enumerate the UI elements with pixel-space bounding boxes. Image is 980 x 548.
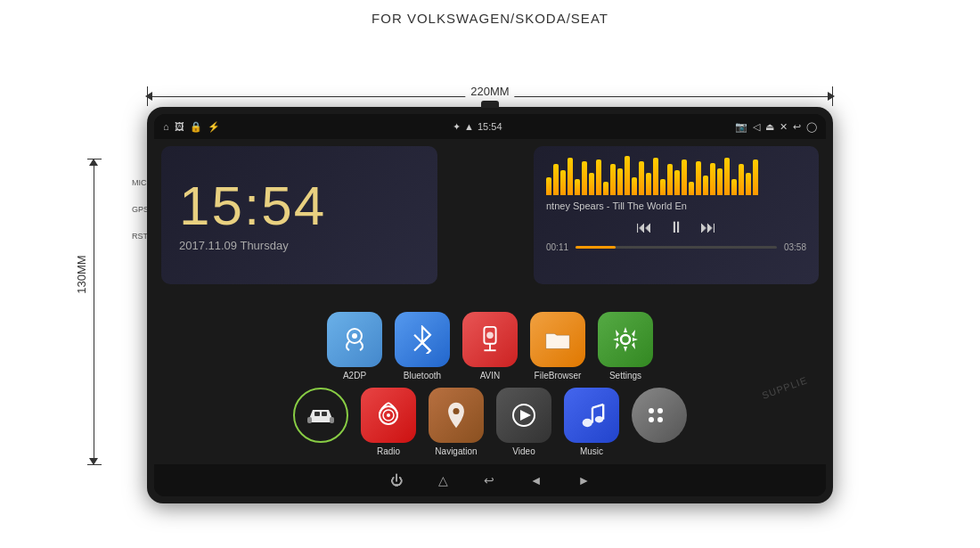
svg-rect-11 [314, 412, 320, 416]
status-bar: ⌂ 🖼 🔒 ⚡ ✦ ▲ 15:54 📷 ◁ ⏏ ✕ ↩ ◯ [154, 114, 826, 139]
a2dp-icon [327, 312, 382, 367]
screen-content: 15:54 2017.11.09 Thursday ntney Spears -… [154, 139, 826, 464]
svg-line-22 [592, 405, 603, 408]
app-radio[interactable]: Radio [361, 388, 416, 456]
music-label: Music [580, 446, 603, 456]
filebrowser-label: FileBrowser [535, 371, 582, 380]
navigation-icon [429, 388, 484, 443]
avin-icon [462, 312, 518, 367]
svg-point-27 [657, 417, 663, 422]
svg-point-15 [387, 413, 390, 417]
svg-point-16 [453, 408, 459, 414]
dim-arrow-left [145, 92, 152, 101]
dim-arrow-top [89, 159, 98, 166]
filebrowser-icon [530, 312, 585, 367]
home-button[interactable]: △ [438, 473, 448, 487]
settings-label: Settings [609, 371, 641, 380]
time-total: 03:58 [784, 242, 806, 252]
device-frame: ⌂ 🖼 🔒 ⚡ ✦ ▲ 15:54 📷 ◁ ⏏ ✕ ↩ ◯ [147, 107, 833, 503]
image-icon: 🖼 [175, 121, 184, 132]
eject-icon: ⏏ [765, 121, 774, 133]
video-label: Video [512, 446, 535, 456]
back-icon[interactable]: ↩ [793, 121, 801, 133]
app-car[interactable] [293, 388, 348, 456]
usb-icon: ⚡ [208, 121, 220, 133]
video-icon [496, 388, 551, 443]
svg-point-8 [621, 335, 630, 344]
nav-bar: ⏻ △ ↩ ◄ ► [154, 464, 826, 496]
svg-point-1 [352, 333, 357, 339]
device-bezel: ⌂ 🖼 🔒 ⚡ ✦ ▲ 15:54 📷 ◁ ⏏ ✕ ↩ ◯ [154, 114, 826, 496]
svg-point-26 [649, 417, 654, 422]
page-title: FOR VOLKSWAGEN/SKODA/SEAT [372, 11, 608, 26]
a2dp-label: A2DP [343, 371, 366, 380]
app-bluetooth[interactable]: Bluetooth [395, 312, 450, 380]
vol-up-button[interactable]: ► [578, 473, 591, 487]
status-right: 📷 ◁ ⏏ ✕ ↩ ◯ [735, 121, 817, 133]
svg-point-19 [583, 419, 592, 427]
wifi-icon: ▲ [464, 121, 474, 132]
more-icon-container [632, 388, 687, 443]
bluetooth-status-icon: ✦ [453, 121, 461, 133]
music-title: ntney Spears - Till The World En [546, 200, 806, 211]
back-button[interactable]: ↩ [484, 473, 494, 487]
close-icon[interactable]: ✕ [780, 121, 788, 133]
svg-point-7 [486, 332, 494, 339]
volume-icon[interactable]: ◁ [753, 121, 760, 133]
radio-icon [361, 388, 416, 443]
svg-point-20 [595, 416, 603, 423]
app-row-2: Radio Navigation [154, 384, 826, 460]
app-navigation[interactable]: Navigation [429, 388, 484, 456]
dim-height-label: 130MM [75, 255, 88, 293]
clock-widget: 15:54 2017.11.09 Thursday [161, 146, 437, 284]
lock-icon: 🔒 [190, 121, 202, 133]
bluetooth-label: Bluetooth [404, 371, 441, 380]
app-row-1: A2DP Bluetooth [154, 308, 826, 384]
app-video[interactable]: Video [496, 388, 551, 456]
vol-down-button[interactable]: ◄ [530, 473, 543, 487]
device-connector-nub [481, 101, 499, 108]
dim-line-vertical [94, 160, 94, 463]
music-progress: 00:11 03:58 [546, 242, 806, 252]
music-widget: ntney Spears - Till The World En ⏮ ⏸ ⏭ 0… [534, 146, 819, 284]
nav-home-icon[interactable]: ◯ [806, 121, 817, 133]
status-center: ✦ ▲ 15:54 [453, 121, 502, 133]
music-bars [546, 155, 806, 195]
music-icon [564, 388, 619, 443]
svg-rect-10 [330, 417, 334, 423]
app-more[interactable] [632, 388, 687, 456]
svg-rect-9 [307, 417, 312, 423]
clock-date-display: 2017.11.09 Thursday [179, 239, 289, 252]
dim-arrow-bottom [89, 458, 98, 465]
music-controls: ⏮ ⏸ ⏭ [546, 218, 806, 237]
navigation-label: Navigation [435, 446, 477, 456]
camera-icon: 📷 [735, 121, 747, 133]
avin-label: AVIN [480, 371, 501, 380]
status-left: ⌂ 🖼 🔒 ⚡ [163, 121, 220, 133]
dim-width-label: 220MM [465, 85, 514, 98]
progress-fill [576, 246, 616, 249]
power-button[interactable]: ⏻ [390, 473, 403, 487]
svg-point-24 [649, 408, 654, 413]
app-music[interactable]: Music [564, 388, 619, 456]
radio-label: Radio [377, 446, 400, 456]
app-grid: A2DP Bluetooth [154, 308, 826, 460]
status-time: 15:54 [478, 121, 502, 132]
app-a2dp[interactable]: A2DP [327, 312, 382, 380]
play-pause-button[interactable]: ⏸ [668, 218, 684, 237]
prev-button[interactable]: ⏮ [636, 218, 652, 237]
app-filebrowser[interactable]: FileBrowser [530, 312, 585, 380]
car-icon-container [293, 388, 348, 443]
app-settings[interactable]: Settings [598, 312, 653, 380]
app-avin[interactable]: AVIN [462, 312, 518, 380]
svg-rect-12 [322, 412, 327, 416]
settings-icon [598, 312, 653, 367]
bluetooth-icon [395, 312, 450, 367]
time-elapsed: 00:11 [546, 242, 568, 252]
dim-arrow-right [828, 92, 835, 101]
progress-bar[interactable] [576, 246, 777, 249]
next-button[interactable]: ⏭ [700, 218, 716, 237]
svg-marker-18 [520, 410, 531, 421]
home-icon[interactable]: ⌂ [163, 121, 169, 132]
svg-point-25 [657, 408, 663, 413]
